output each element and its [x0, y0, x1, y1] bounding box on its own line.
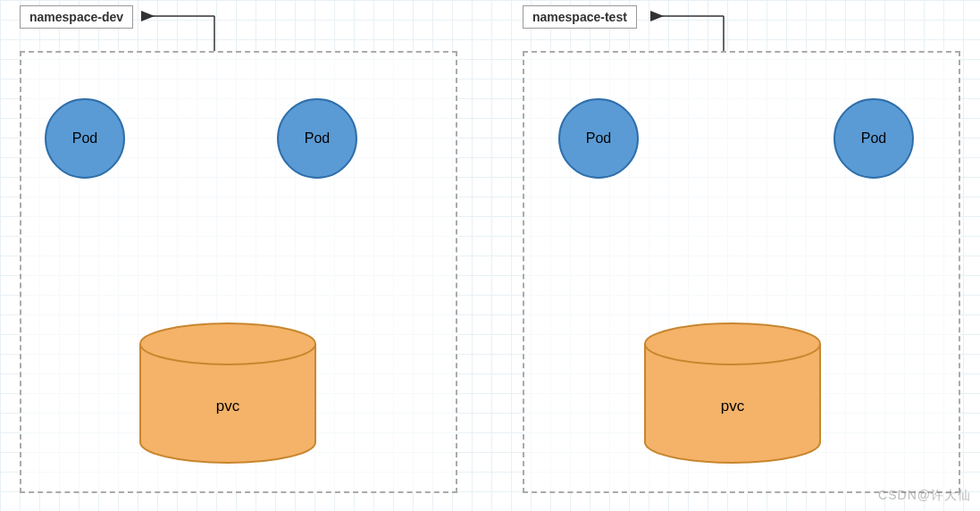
pod-test-1: Pod — [558, 98, 639, 179]
pod-dev-1: Pod — [45, 98, 125, 179]
pod-label: Pod — [586, 130, 611, 147]
pod-test-2: Pod — [833, 98, 914, 179]
svg-point-5 — [140, 323, 315, 364]
namespace-label-text: namespace-test — [532, 10, 627, 24]
pod-dev-2: Pod — [277, 98, 357, 179]
pvc-test: pvc — [643, 322, 822, 465]
pvc-dev: pvc — [138, 322, 317, 465]
pvc-label: pvc — [643, 398, 822, 415]
pvc-label: pvc — [138, 398, 317, 415]
namespace-label-test: namespace-test — [523, 5, 637, 29]
namespace-label-dev: namespace-dev — [20, 5, 133, 29]
pod-label: Pod — [861, 130, 886, 147]
watermark-text: CSDN@许大仙 — [878, 488, 971, 502]
pod-label: Pod — [72, 130, 97, 147]
pod-label: Pod — [305, 130, 330, 147]
svg-point-11 — [645, 323, 820, 364]
namespace-label-text: namespace-dev — [29, 10, 123, 24]
watermark: CSDN@许大仙 — [878, 488, 971, 504]
